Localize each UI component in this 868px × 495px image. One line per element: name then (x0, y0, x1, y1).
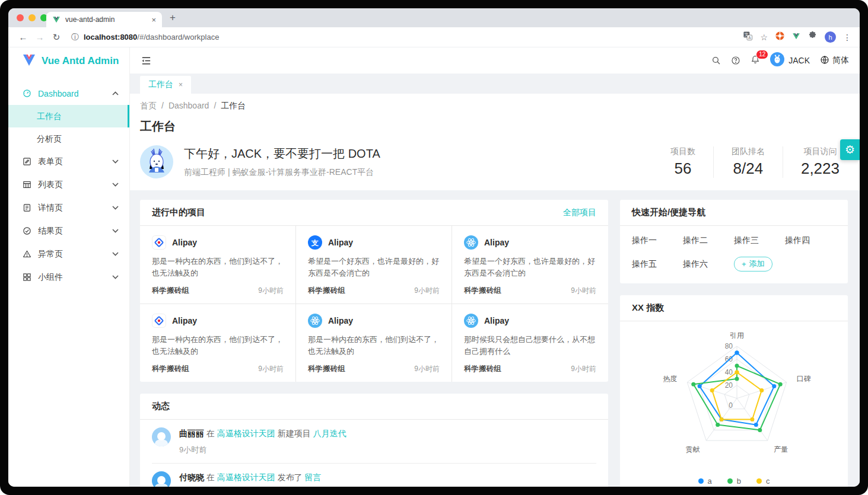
project-card[interactable]: Alipay那是一种内在的东西，他们到达不了，也无法触及的科学搬砖组9小时前 (140, 226, 296, 304)
project-time: 9小时前 (258, 364, 284, 374)
quick-link-操作五[interactable]: 操作五 (632, 259, 683, 270)
breadcrumb-item[interactable]: 首页 (140, 101, 157, 110)
extensions-puzzle-icon[interactable] (807, 31, 818, 43)
sidebar-item-detail[interactable]: 详情页 (8, 196, 129, 219)
legend-label: b (737, 477, 741, 486)
warning-icon (23, 250, 32, 259)
window-minimize-button[interactable] (28, 14, 36, 21)
project-card[interactable]: 支Alipay希望是一个好东西，也许是最好的，好东西是不会消亡的科学搬砖组9小时… (296, 226, 452, 304)
user-description: 前端工程师 | 蚂蚁金服-计算服务事业群-REACT平台 (184, 167, 380, 178)
translate-icon[interactable]: 文A (743, 31, 753, 43)
sidebar-item-exception[interactable]: 异常页 (8, 242, 129, 266)
chrome-menu-icon[interactable]: ⋮ (843, 33, 851, 42)
help-icon[interactable] (731, 56, 740, 65)
app-root: Vue Antd Admin Dashboard工作台分析页表单页列表页详情页结… (8, 47, 860, 487)
page-tab-label: 工作台 (148, 79, 173, 90)
legend-item-c[interactable]: c (756, 477, 770, 486)
radar-card: XX 指数 引用口碑产量贡献热度020406080 abc (620, 295, 848, 487)
activity-link[interactable]: 八月迭代 (313, 429, 346, 438)
svg-text:支: 支 (311, 239, 319, 247)
sidebar-item-label: 详情页 (38, 203, 63, 213)
browser-tab-title: vue-antd-admin (65, 15, 147, 24)
legend-item-a[interactable]: a (698, 477, 712, 486)
sidebar-item-dashboard[interactable]: Dashboard (8, 82, 129, 105)
new-tab-button[interactable]: + (170, 12, 176, 24)
activity-link[interactable]: 高逼格设计天团 (217, 429, 275, 438)
quick-link-操作一[interactable]: 操作一 (632, 235, 683, 246)
breadcrumb-item[interactable]: Dashboard (168, 101, 209, 110)
project-time: 9小时前 (571, 286, 596, 296)
quick-link-操作二[interactable]: 操作二 (683, 235, 734, 246)
extension-orange-icon[interactable] (775, 31, 785, 43)
project-name-link[interactable]: Alipay (328, 238, 353, 247)
settings-drawer-button[interactable]: ⚙ (840, 139, 860, 160)
project-card[interactable]: Alipay希望是一个好东西，也许是最好的，好东西是不会消亡的科学搬砖组9小时前 (452, 226, 608, 304)
project-group-link[interactable]: 科学搬砖组 (152, 364, 189, 374)
sidebar-item-form[interactable]: 表单页 (8, 150, 129, 173)
page-tab-close-icon[interactable]: × (179, 81, 183, 89)
sidebar-item-result[interactable]: 结果页 (8, 219, 129, 242)
widget-icon (23, 273, 32, 282)
menu-fold-icon[interactable] (141, 55, 152, 66)
greeting-avatar (140, 145, 173, 178)
project-name-link[interactable]: Alipay (328, 316, 353, 325)
antd-icon (152, 314, 166, 328)
add-quick-link-button[interactable]: +添加 (734, 257, 772, 272)
all-projects-link[interactable]: 全部项目 (563, 207, 596, 218)
back-button[interactable]: ← (15, 32, 31, 42)
sidebar-item-list[interactable]: 列表页 (8, 173, 129, 196)
page-tab-workplace[interactable]: 工作台 × (140, 76, 191, 94)
project-name-link[interactable]: Alipay (484, 316, 509, 325)
project-card[interactable]: Alipay那是一种内在的东西，他们到达不了，也无法触及的科学搬砖组9小时前 (140, 304, 296, 382)
stat-团队排名: 团队排名8/24 (713, 146, 783, 178)
quick-link-操作六[interactable]: 操作六 (683, 259, 734, 270)
browser-profile-avatar[interactable]: h (825, 31, 836, 43)
browser-tabstrip: vue-antd-admin × + (8, 8, 860, 27)
tab-close-icon[interactable]: × (151, 15, 156, 24)
project-group-link[interactable]: 科学搬砖组 (464, 286, 501, 296)
legend-label: a (708, 477, 712, 486)
project-group-link[interactable]: 科学搬砖组 (152, 286, 189, 296)
project-card[interactable]: Alipay那时候我只会想自己想要什么，从不想自己拥有什么科学搬砖组9小时前 (452, 304, 608, 382)
react-icon (464, 235, 478, 250)
breadcrumb-separator: / (214, 101, 216, 110)
add-button-label: 添加 (749, 258, 765, 269)
activity-segment: 发布了 (275, 472, 305, 482)
vue-devtools-icon[interactable] (792, 32, 800, 43)
address-bar[interactable]: ⓘ localhost:8080/#/dashboard/workplace (65, 32, 742, 43)
language-switcher[interactable]: 简体 (820, 55, 849, 66)
user-avatar (770, 52, 784, 69)
browser-tab[interactable]: vue-antd-admin × (46, 12, 162, 27)
projects-card-title: 进行中的项目 (152, 207, 205, 218)
project-description: 那是一种内在的东西，他们到达不了，也无法触及的 (152, 334, 284, 357)
reload-button[interactable]: ↻ (49, 32, 64, 43)
sidebar-subitem-分析页[interactable]: 分析页 (8, 127, 129, 150)
project-group-link[interactable]: 科学搬砖组 (308, 364, 345, 374)
bookmark-star-icon[interactable]: ☆ (760, 33, 768, 42)
stat-label: 项目访问 (801, 146, 840, 157)
activity-segment: 曲丽丽 (179, 429, 204, 438)
react-icon (464, 314, 478, 328)
legend-item-b[interactable]: b (727, 477, 741, 486)
user-menu[interactable]: JACK (770, 52, 810, 69)
quick-link-操作四[interactable]: 操作四 (785, 235, 836, 246)
app-logo[interactable]: Vue Antd Admin (8, 47, 129, 75)
legend-dot (727, 478, 733, 484)
forward-button[interactable]: → (32, 32, 47, 42)
quick-link-操作三[interactable]: 操作三 (734, 235, 785, 246)
svg-text:引用: 引用 (730, 331, 744, 340)
site-info-icon[interactable]: ⓘ (71, 32, 79, 43)
notifications-bell[interactable]: 12 (751, 55, 760, 66)
project-name-link[interactable]: Alipay (484, 238, 509, 247)
project-name-link[interactable]: Alipay (172, 316, 197, 325)
activity-link[interactable]: 留言 (305, 472, 322, 482)
project-card[interactable]: Alipay那是一种内在的东西，他们到达不了，也无法触及的科学搬砖组9小时前 (296, 304, 452, 382)
sidebar-item-widget[interactable]: 小组件 (8, 266, 129, 289)
project-group-link[interactable]: 科学搬砖组 (308, 286, 345, 296)
sidebar-subitem-工作台[interactable]: 工作台 (8, 105, 129, 127)
activity-link[interactable]: 高逼格设计天团 (217, 472, 275, 482)
project-name-link[interactable]: Alipay (172, 238, 197, 247)
window-close-button[interactable] (17, 14, 24, 21)
search-icon[interactable] (711, 56, 721, 65)
project-group-link[interactable]: 科学搬砖组 (464, 364, 501, 374)
